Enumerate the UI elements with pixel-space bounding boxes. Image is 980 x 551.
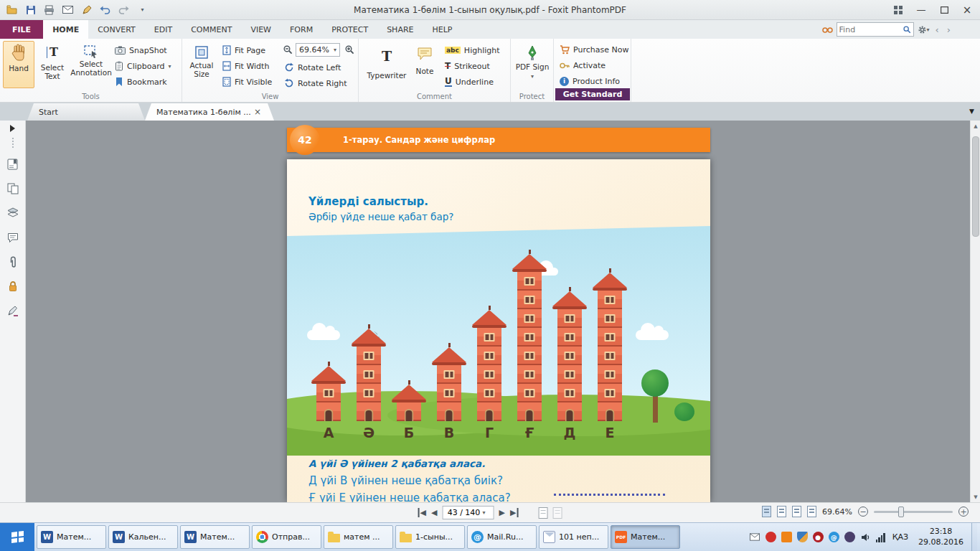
taskbar-item-6[interactable]: 1-сыны... <box>395 525 465 549</box>
underline-button[interactable]: U Underline <box>445 75 494 89</box>
select-text-button[interactable]: T Select Text <box>36 41 69 88</box>
select-annotation-button[interactable]: Select Annotation <box>70 41 112 88</box>
menu-tab-help[interactable]: HELP <box>423 20 462 39</box>
search-icon[interactable] <box>903 25 911 34</box>
activate-button[interactable]: Activate <box>560 58 606 72</box>
document-canvas[interactable]: 42 1-тарау. Сандар және цифрлар Үйлерді … <box>26 121 970 502</box>
tab-list-icon[interactable]: ▼ <box>969 108 974 115</box>
taskbar-item-3[interactable]: WМатем... <box>180 525 250 549</box>
zoom-slider-thumb[interactable] <box>898 507 904 517</box>
page-number-input[interactable] <box>446 508 483 517</box>
menu-tab-file[interactable]: FILE <box>0 20 43 39</box>
typewriter-button[interactable]: T Typewriter <box>367 41 406 88</box>
scroll-up-icon[interactable]: ▲ <box>971 121 980 131</box>
rotate-right-button[interactable]: Rotate Right <box>284 76 347 90</box>
snapshot-button[interactable]: SnapShot <box>115 43 167 57</box>
hand-tool-button[interactable]: Hand <box>3 41 34 88</box>
tray-volume-icon[interactable] <box>860 532 871 542</box>
menu-tab-convert[interactable]: CONVERT <box>88 20 145 39</box>
taskbar-item-7[interactable]: @Mail.Ru... <box>467 525 537 549</box>
taskbar-item-5[interactable]: матем ... <box>324 525 393 549</box>
next-page-button[interactable]: ▶ <box>499 508 505 517</box>
menu-tab-share[interactable]: SHARE <box>377 20 423 39</box>
single-page-view-icon[interactable] <box>762 506 771 517</box>
tray-headset-icon[interactable] <box>844 532 855 542</box>
panel-resize-handle[interactable] <box>12 138 14 148</box>
maximize-button[interactable] <box>933 0 956 19</box>
highlight-button[interactable]: abc Highlight <box>445 43 500 57</box>
comments-panel-icon[interactable] <box>5 230 21 245</box>
tray-record-icon[interactable]: ● <box>813 532 824 542</box>
menu-tab-comment[interactable]: COMMENT <box>182 20 241 39</box>
tab-start[interactable]: Start <box>27 103 145 121</box>
facing-view-icon[interactable] <box>792 506 801 517</box>
zoom-out-icon[interactable] <box>283 44 293 55</box>
taskbar-item-4[interactable]: Отправ... <box>252 525 321 549</box>
taskbar-item-2[interactable]: WКальен... <box>108 525 178 549</box>
zoom-combo[interactable]: 69.64% ▾ <box>296 43 340 57</box>
attachments-panel-icon[interactable] <box>5 254 21 270</box>
find-input[interactable] <box>839 25 903 34</box>
taskbar-item-8[interactable]: 101 неп... <box>539 525 608 549</box>
zoom-slider[interactable] <box>874 511 953 513</box>
language-indicator[interactable]: ҚАЗ <box>890 532 910 542</box>
pdf-sign-button[interactable]: PDF Sign ▾ <box>514 41 550 88</box>
fit-page-button[interactable]: Fit Page <box>222 43 265 57</box>
continuous-view-icon[interactable] <box>777 506 786 517</box>
fit-width-button[interactable]: Fit Width <box>222 59 269 73</box>
tray-m​ail-icon[interactable] <box>750 532 760 542</box>
previous-page-button[interactable]: ◀ <box>431 508 437 517</box>
show-desktop-button[interactable] <box>971 523 977 551</box>
find-tool-icon[interactable] <box>822 25 833 34</box>
clipboard-button[interactable]: Clipboard ▾ <box>115 59 171 73</box>
quick-sign-icon[interactable] <box>80 4 93 16</box>
strikeout-button[interactable]: T Strikeout <box>445 59 490 73</box>
fit-visible-button[interactable]: Fit Visible <box>222 75 272 89</box>
actual-size-button[interactable]: Actual Size <box>185 41 218 88</box>
tray-messenger-icon[interactable]: @ <box>829 532 839 542</box>
find-settings-gear-icon[interactable]: ▾ <box>918 25 930 34</box>
tab-close-icon[interactable]: × <box>253 107 263 117</box>
menu-tab-home[interactable]: HOME <box>43 20 88 39</box>
product-info-button[interactable]: i Product Info <box>560 74 620 88</box>
tab-document[interactable]: Математика 1-бөлім ... × <box>145 103 274 121</box>
tray-shield-icon[interactable] <box>797 532 808 542</box>
menu-tab-view[interactable]: VIEW <box>241 20 281 39</box>
tray-alert-icon[interactable] <box>781 532 792 542</box>
first-page-button[interactable]: ◀ <box>418 508 426 517</box>
signatures-panel-icon[interactable] <box>5 303 21 319</box>
taskbar-clock[interactable]: 23:18 29.08.2016 <box>915 527 966 548</box>
previous-view-icon[interactable] <box>538 507 547 519</box>
menu-tab-edit[interactable]: EDIT <box>145 20 182 39</box>
taskbar-item-9[interactable]: PDFМатем... <box>611 525 680 549</box>
rotate-left-button[interactable]: Rotate Left <box>284 60 341 75</box>
ui-options-icon[interactable] <box>887 0 910 19</box>
zoom-in-icon[interactable] <box>344 44 354 55</box>
scroll-down-icon[interactable]: ▼ <box>971 491 980 502</box>
zoom-out-button[interactable]: − <box>858 507 868 517</box>
security-panel-icon[interactable] <box>5 278 21 294</box>
email-icon[interactable] <box>62 4 74 16</box>
expand-panel-icon[interactable] <box>10 125 15 132</box>
close-button[interactable]: × <box>956 0 979 19</box>
print-icon[interactable] <box>43 4 55 16</box>
menu-tab-form[interactable]: FORM <box>281 20 322 39</box>
next-view-icon[interactable] <box>552 507 562 519</box>
layers-panel-icon[interactable] <box>5 205 21 221</box>
continuous-facing-view-icon[interactable] <box>807 506 816 517</box>
vertical-scrollbar[interactable]: ▲ ▼ <box>970 121 980 502</box>
page-combo-caret-icon[interactable]: ▾ <box>483 509 486 516</box>
zoom-in-button[interactable]: + <box>958 507 969 517</box>
tray-antivirus-icon[interactable] <box>765 532 776 542</box>
undo-icon[interactable] <box>99 4 111 16</box>
get-standard-button[interactable]: Get Standard <box>555 88 630 100</box>
customize-toolbar-caret-icon[interactable]: ▾ <box>136 4 149 16</box>
redo-icon[interactable] <box>118 4 130 16</box>
open-file-icon[interactable] <box>6 4 18 16</box>
save-icon[interactable] <box>24 4 37 16</box>
bookmark-button[interactable]: Bookmark <box>115 75 167 89</box>
tray-network-icon[interactable] <box>876 532 885 542</box>
menu-tab-protect[interactable]: PROTECT <box>322 20 377 39</box>
taskbar-item-1[interactable]: WМатем... <box>37 525 106 549</box>
last-page-button[interactable]: ▶ <box>510 508 518 517</box>
